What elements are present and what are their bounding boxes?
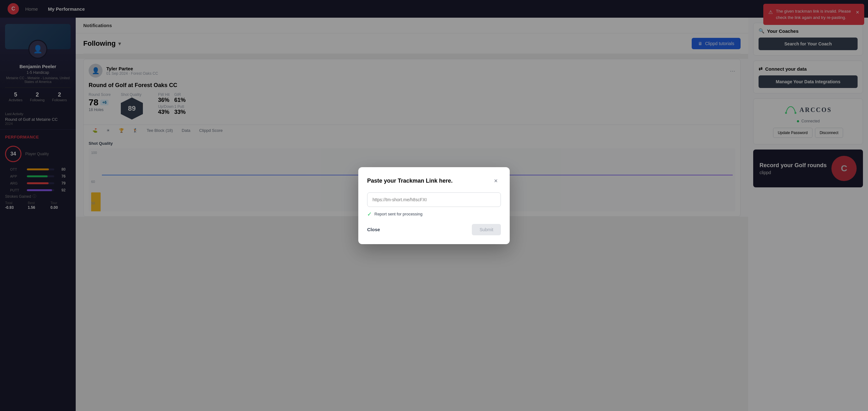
trackman-modal: Paste your Trackman Link here. × ✓ Repor…	[358, 167, 510, 244]
modal-overlay: Paste your Trackman Link here. × ✓ Repor…	[0, 0, 868, 411]
modal-header: Paste your Trackman Link here. ×	[367, 176, 501, 186]
success-checkmark-icon: ✓	[367, 211, 372, 218]
modal-close-button[interactable]: ×	[491, 176, 501, 186]
modal-success-message: ✓ Report sent for processing	[367, 211, 501, 218]
success-text: Report sent for processing	[374, 212, 422, 216]
trackman-link-input[interactable]	[367, 192, 501, 207]
modal-footer: Close Submit	[367, 224, 501, 235]
modal-close-text-button[interactable]: Close	[367, 227, 380, 232]
modal-title: Paste your Trackman Link here.	[367, 178, 453, 184]
modal-submit-button[interactable]: Submit	[472, 224, 501, 235]
